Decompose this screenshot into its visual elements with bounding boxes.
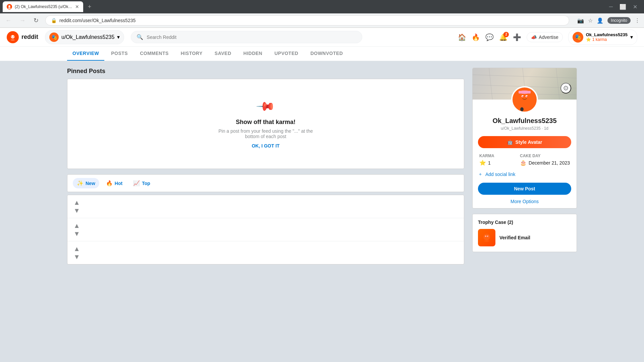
post-content-1 — [84, 198, 461, 215]
pin-card-title: Show off that karma! — [236, 119, 296, 126]
nav-hidden[interactable]: HIDDEN — [238, 47, 268, 61]
sort-tab-top[interactable]: 📈 Top — [129, 178, 154, 188]
karma-number: 1 — [488, 160, 491, 166]
popular-icon[interactable]: 🔥 — [472, 33, 480, 41]
style-avatar-label: Style Avatar — [516, 139, 542, 145]
reddit-header: reddit 🎭 u/Ok_Lawfulness5235 ▾ 🔍 🏠 🔥 💬 🔔… — [0, 28, 644, 47]
trophy-icon — [478, 229, 495, 246]
trophy-item: Verified Email — [478, 229, 571, 246]
browser-tab[interactable]: (2) Ok_Lawfulness5235 (u/Ok_L... ✕ — [3, 1, 83, 12]
sort-tabs: ✨ New 🔥 Hot 📈 Top — [67, 174, 464, 192]
hot-sort-icon: 🔥 — [106, 180, 113, 186]
svg-point-17 — [527, 96, 528, 97]
pin-icon: 📌 — [255, 96, 276, 117]
trophy-card: Trophy Case (2) Verified Email — [472, 214, 577, 252]
svg-line-11 — [556, 68, 559, 100]
sort-tab-new[interactable]: ✨ New — [73, 178, 99, 188]
plus-icon: ＋ — [478, 171, 483, 177]
svg-point-25 — [526, 107, 529, 111]
snoo-avatar-svg — [513, 87, 537, 112]
user-dropdown-name: u/Ok_Lawfulness5235 — [61, 34, 114, 40]
header-username: Ok_Lawfulness5235 — [586, 32, 628, 37]
new-sort-icon: ✨ — [77, 180, 84, 186]
nav-upvoted[interactable]: UPVOTED — [269, 47, 304, 61]
nav-saved[interactable]: SAVED — [209, 47, 237, 61]
profile-avatar-container — [478, 100, 571, 113]
svg-point-29 — [486, 236, 486, 237]
reddit-logo[interactable]: reddit — [7, 31, 38, 43]
advertise-button[interactable]: 📣 Advertise — [527, 32, 562, 42]
megaphone-icon: 📣 — [531, 35, 537, 40]
post-item: ▲ ▼ — [67, 195, 464, 218]
forward-button[interactable]: → — [18, 16, 27, 25]
svg-point-0 — [8, 5, 10, 7]
add-post-icon[interactable]: ➕ — [513, 33, 521, 41]
post-item-2: ▲ ▼ — [67, 218, 464, 241]
maximize-button[interactable]: ⬜ — [620, 4, 626, 10]
nav-comments[interactable]: COMMENTS — [135, 47, 174, 61]
downvote-button-2[interactable]: ▼ — [73, 230, 80, 237]
style-avatar-button[interactable]: 🤖 Style Avatar — [478, 136, 571, 148]
profile-nav: OVERVIEW POSTS COMMENTS HISTORY SAVED HI… — [0, 47, 644, 61]
more-options-link[interactable]: More Options — [478, 199, 571, 204]
user-profile-pill[interactable]: 🎭 Ok_Lawfulness5235 ⭐ 1 karma ▾ — [568, 29, 637, 45]
add-social-link[interactable]: ＋ Add social link — [478, 171, 571, 177]
downvote-button-1[interactable]: ▼ — [73, 207, 80, 214]
address-bar[interactable]: 🔒 reddit.com/user/Ok_Lawfulness5235 — [45, 15, 569, 25]
refresh-button[interactable]: ↻ — [32, 15, 40, 25]
top-sort-icon: 📈 — [133, 180, 140, 186]
home-icon[interactable]: 🏠 — [458, 33, 466, 41]
new-tab-button[interactable]: + — [85, 2, 95, 12]
menu-icon[interactable]: ⋮ — [635, 17, 640, 24]
cakeday-value: 🎂 December 21, 2023 — [520, 160, 570, 166]
svg-point-1 — [8, 7, 11, 9]
advertise-label: Advertise — [539, 35, 558, 40]
upvote-button-1[interactable]: ▲ — [73, 199, 80, 206]
nav-history[interactable]: HISTORY — [175, 47, 208, 61]
reddit-icon: 🤖 — [507, 139, 513, 145]
post-item-3: ▲ ▼ — [67, 241, 464, 264]
tab-favicon — [7, 4, 12, 9]
search-bar[interactable]: 🔍 — [131, 31, 362, 43]
new-post-button[interactable]: New Post — [478, 183, 571, 195]
bookmark-icon[interactable]: ☆ — [588, 17, 593, 24]
notification-bell[interactable]: 🔔 2 — [499, 33, 507, 41]
nav-downvoted[interactable]: DOWNVOTED — [305, 47, 348, 61]
chat-icon[interactable]: 💬 — [485, 33, 494, 41]
add-social-label: Add social link — [485, 172, 516, 177]
cake-icon: 🎂 — [520, 160, 527, 166]
tab-title: (2) Ok_Lawfulness5235 (u/Ok_L... — [15, 4, 72, 9]
profile-settings-button[interactable]: ⚙ — [560, 83, 571, 94]
user-avatar-small: 🎭 — [49, 33, 59, 42]
profile-icon[interactable]: 👤 — [597, 17, 603, 24]
chevron-down-icon: ▾ — [117, 34, 120, 40]
back-button[interactable]: ← — [4, 16, 13, 25]
karma-display: ⭐ 1 karma — [586, 37, 628, 42]
tab-close-button[interactable]: ✕ — [75, 4, 79, 9]
notification-count: 2 — [503, 32, 509, 37]
nav-overview[interactable]: OVERVIEW — [67, 47, 104, 61]
profile-card: ⚙ Ok_Lawfulness5235 u/Ok_Lawfulness5235 … — [472, 68, 577, 208]
nav-posts[interactable]: POSTS — [106, 47, 133, 61]
svg-point-4 — [13, 36, 14, 37]
user-dropdown[interactable]: 🎭 u/Ok_Lawfulness5235 ▾ — [45, 30, 124, 44]
upvote-button-2[interactable]: ▲ — [73, 222, 80, 229]
upvote-button-3[interactable]: ▲ — [73, 245, 80, 252]
karma-value: 1 karma — [592, 37, 607, 42]
content-left: Pinned Posts 📌 Show off that karma! Pin … — [67, 68, 464, 264]
post-content-3 — [84, 244, 461, 261]
sort-tab-hot[interactable]: 🔥 Hot — [102, 178, 126, 188]
downvote-button-3[interactable]: ▼ — [73, 253, 80, 260]
trophy-name: Verified Email — [499, 235, 530, 240]
trophy-case-title: Trophy Case (2) — [478, 220, 571, 225]
camera-icon[interactable]: 📷 — [577, 17, 584, 24]
pin-card-link[interactable]: OK, I GOT IT — [252, 143, 279, 148]
cakeday-label: Cake day — [520, 154, 570, 158]
close-button[interactable]: ✕ — [633, 4, 637, 10]
karma-star-icon: ⭐ — [479, 160, 486, 166]
lock-icon: 🔒 — [51, 18, 57, 23]
minimize-button[interactable]: ─ — [609, 4, 613, 10]
profile-header-row: ⚙ — [473, 100, 577, 113]
pin-card-desc: Pin a post from your feed using the "...… — [215, 128, 316, 139]
search-input[interactable] — [147, 35, 357, 40]
